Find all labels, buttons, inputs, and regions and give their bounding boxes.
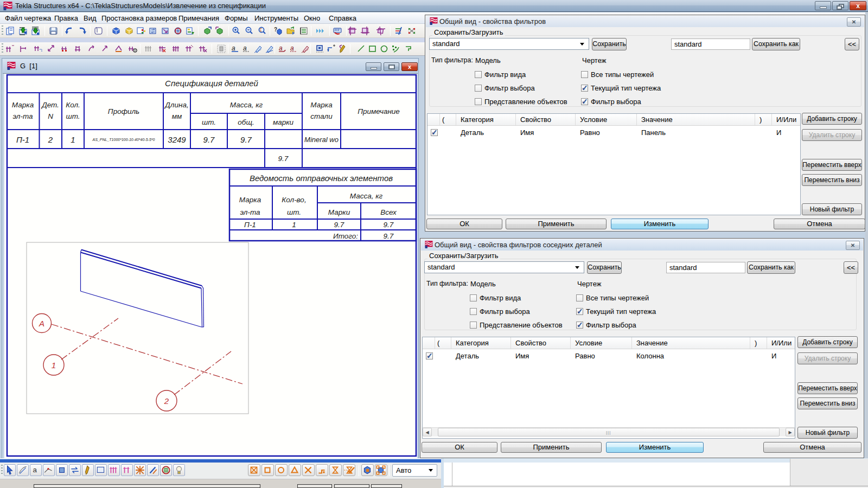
svg-text:стали: стали (310, 112, 333, 120)
svg-text:N: N (48, 112, 53, 120)
svg-text:2: 2 (164, 396, 169, 406)
svg-text:a: a (33, 466, 37, 474)
svg-text:марки: марки (273, 118, 294, 126)
svg-text:1: 1 (52, 361, 56, 370)
svg-text:2: 2 (48, 135, 53, 144)
svg-text:Масса, кг: Масса, кг (230, 101, 263, 109)
svg-text:Кол-во,: Кол-во, (282, 196, 306, 204)
svg-text:1: 1 (292, 221, 296, 229)
svg-text:3249: 3249 (168, 135, 186, 144)
svg-text:шт.: шт. (287, 208, 301, 216)
svg-text:Mineral wo: Mineral wo (304, 136, 339, 144)
svg-text:9.7: 9.7 (278, 155, 289, 163)
svg-text:общ.: общ. (238, 118, 254, 126)
svg-text:9.7: 9.7 (240, 135, 252, 144)
svg-text:Масса, кг: Масса, кг (350, 192, 383, 200)
svg-text:шт.: шт. (66, 112, 80, 120)
svg-text:Итого:: Итого: (333, 232, 358, 240)
svg-text:Профиль: Профиль (108, 107, 139, 115)
svg-text:Марка: Марка (310, 101, 333, 109)
svg-text:Примечание: Примечание (358, 107, 400, 115)
svg-text:Кол.: Кол. (66, 101, 80, 109)
svg-text:эл-та: эл-та (12, 112, 33, 120)
svg-text:Ведомость отправочных элемен: Ведомость отправочных элементов (250, 174, 393, 183)
svg-text:9.7: 9.7 (384, 232, 394, 240)
svg-text:AS_PNL_T1000*100-10-40*40-5-5*: AS_PNL_T1000*100-10-40*40-5-5*0 (92, 138, 155, 142)
svg-text:эл-та: эл-та (240, 208, 260, 216)
svg-text:шт.: шт. (202, 118, 216, 126)
svg-text:мм: мм (172, 112, 182, 120)
svg-text:Дет.: Дет. (41, 101, 59, 109)
svg-text:1: 1 (71, 135, 75, 144)
svg-text:Марка: Марка (239, 196, 261, 204)
svg-text:Всех: Всех (380, 208, 397, 216)
svg-text:Длина,: Длина, (164, 101, 188, 109)
svg-text:Спецификация деталей: Спецификация деталей (165, 79, 259, 88)
svg-text:9.7: 9.7 (203, 135, 215, 144)
svg-text:Марки: Марки (328, 208, 350, 216)
svg-text:Марка: Марка (12, 101, 34, 109)
svg-text:9.7: 9.7 (384, 221, 394, 229)
svg-text:9.7: 9.7 (334, 221, 344, 229)
svg-text:П-1: П-1 (244, 221, 256, 229)
svg-text:A: A (39, 319, 44, 328)
svg-text:П-1: П-1 (16, 135, 29, 144)
